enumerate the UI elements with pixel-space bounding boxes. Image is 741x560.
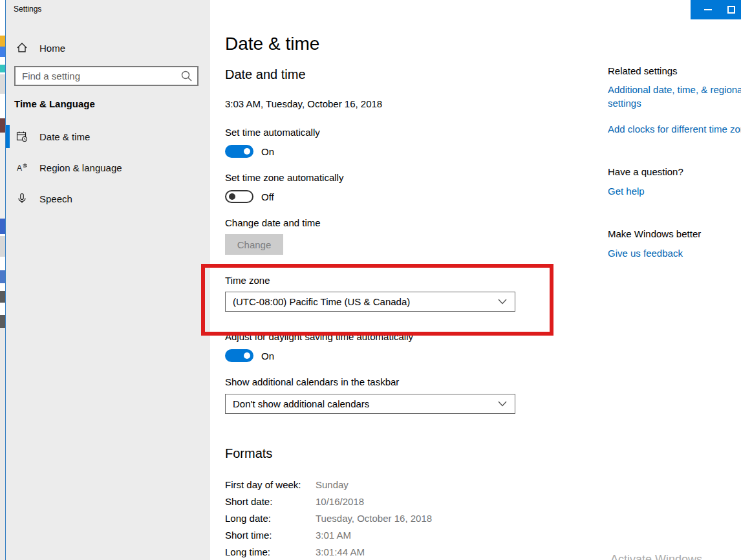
formats-table: First day of week: Sunday Short date: 10…	[225, 476, 503, 560]
minimize-icon	[704, 9, 712, 10]
sidebar-group-label: Time & Language	[14, 98, 95, 109]
set-time-automatically-label: Set time automatically	[225, 127, 320, 138]
daylight-saving-label: Adjust for daylight saving time automati…	[225, 331, 413, 342]
add-clocks-link[interactable]: Add clocks for different time zones	[608, 122, 741, 136]
format-row: Short time: 3:01 AM	[225, 526, 503, 543]
format-row: Long date: Tuesday, October 16, 2018	[225, 510, 503, 526]
desktop-icon-fragment	[0, 219, 5, 234]
section-heading-formats: Formats	[225, 446, 272, 461]
daylight-saving-toggle[interactable]	[225, 349, 253, 362]
toggle-state-label: On	[261, 350, 274, 361]
desktop-icon-fragment	[0, 270, 5, 283]
desktop-background-strip	[0, 0, 5, 560]
desktop-icon-fragment	[0, 65, 5, 72]
format-value: 10/16/2018	[316, 496, 364, 507]
search-input[interactable]	[16, 70, 179, 81]
chevron-down-icon	[498, 401, 507, 407]
microphone-icon	[16, 193, 28, 204]
calendars-selected-value: Don't show additional calendars	[226, 398, 498, 409]
toggle-knob	[229, 193, 235, 200]
section-heading-date-and-time: Date and time	[225, 67, 306, 82]
desktop-icon-fragment	[0, 236, 5, 257]
sidebar-item-label: Region & language	[39, 162, 122, 173]
toggle-state-label: Off	[261, 191, 274, 202]
search-icon[interactable]	[179, 69, 195, 84]
additional-calendars-label: Show additional calendars in the taskbar	[225, 376, 399, 387]
additional-settings-link[interactable]: Additional date, time, & regional settin…	[608, 83, 741, 110]
desktop-icon-fragment	[0, 74, 5, 94]
sidebar-item-label: Home	[39, 43, 65, 54]
timezone-label: Time zone	[225, 275, 270, 286]
format-label: Long date:	[225, 513, 316, 524]
format-row: Short date: 10/16/2018	[225, 493, 503, 510]
toggle-state-label: On	[261, 146, 274, 157]
format-value: 3:01 AM	[316, 530, 351, 541]
timezone-select[interactable]: (UTC-08:00) Pacific Time (US & Canada)	[225, 292, 515, 312]
overlapping-window-titlebar	[691, 0, 741, 19]
format-label: Short time:	[225, 530, 316, 541]
format-row: Long time: 3:01:44 AM	[225, 543, 503, 560]
format-value: 3:01:44 AM	[316, 546, 365, 557]
svg-text:A: A	[17, 164, 22, 173]
toggle-knob	[244, 352, 250, 359]
give-us-feedback-link[interactable]: Give us feedback	[608, 246, 683, 260]
maximize-button[interactable]	[724, 0, 741, 19]
current-datetime-text: 3:03 AM, Tuesday, October 16, 2018	[225, 98, 382, 109]
set-time-automatically-toggle[interactable]	[225, 145, 253, 158]
chevron-down-icon	[498, 299, 507, 305]
sidebar-item-label: Date & time	[39, 131, 90, 142]
desktop-icon-fragment	[0, 47, 5, 57]
format-label: First day of week:	[225, 479, 316, 490]
search-box[interactable]	[14, 66, 199, 86]
maximize-icon	[727, 6, 735, 14]
desktop-icon-fragment	[0, 118, 5, 133]
minimize-button[interactable]	[697, 0, 719, 19]
calendar-clock-icon	[16, 131, 28, 142]
format-label: Short date:	[225, 496, 316, 507]
sidebar-item-label: Speech	[39, 193, 72, 204]
sidebar: Settings Home Time & Language Date & tim…	[6, 0, 210, 560]
timezone-selected-value: (UTC-08:00) Pacific Time (US & Canada)	[226, 296, 498, 307]
activate-windows-watermark: Activate Windows	[610, 553, 702, 560]
change-date-time-label: Change date and time	[225, 217, 321, 228]
change-button[interactable]: Change	[225, 234, 283, 255]
format-row: First day of week: Sunday	[225, 476, 503, 493]
desktop-icon-fragment	[0, 36, 5, 47]
additional-calendars-select[interactable]: Don't show additional calendars	[225, 394, 515, 414]
desktop-icon-fragment	[0, 328, 5, 560]
desktop-icon-fragment	[0, 133, 5, 219]
set-zone-automatically-label: Set time zone automatically	[225, 172, 343, 183]
sidebar-item-date-time[interactable]: Date & time	[6, 125, 210, 148]
desktop-icon-fragment	[0, 315, 5, 328]
desktop-icon-fragment	[0, 291, 5, 303]
region-language-icon: A	[16, 162, 28, 173]
related-settings-heading: Related settings	[608, 65, 678, 76]
have-a-question-heading: Have a question?	[608, 166, 683, 177]
sidebar-item-speech[interactable]: Speech	[6, 187, 210, 210]
format-value: Sunday	[316, 479, 349, 490]
make-windows-better-heading: Make Windows better	[608, 228, 701, 239]
format-value: Tuesday, October 16, 2018	[316, 513, 432, 524]
toggle-knob	[244, 148, 250, 155]
get-help-link[interactable]: Get help	[608, 184, 645, 198]
set-zone-automatically-toggle[interactable]	[225, 190, 253, 203]
format-label: Long time:	[225, 546, 316, 557]
sidebar-item-region-language[interactable]: A Region & language	[6, 156, 210, 179]
window-title: Settings	[14, 5, 41, 14]
sidebar-item-home[interactable]: Home	[6, 36, 210, 59]
home-icon	[16, 42, 28, 54]
page-title: Date & time	[225, 34, 319, 54]
